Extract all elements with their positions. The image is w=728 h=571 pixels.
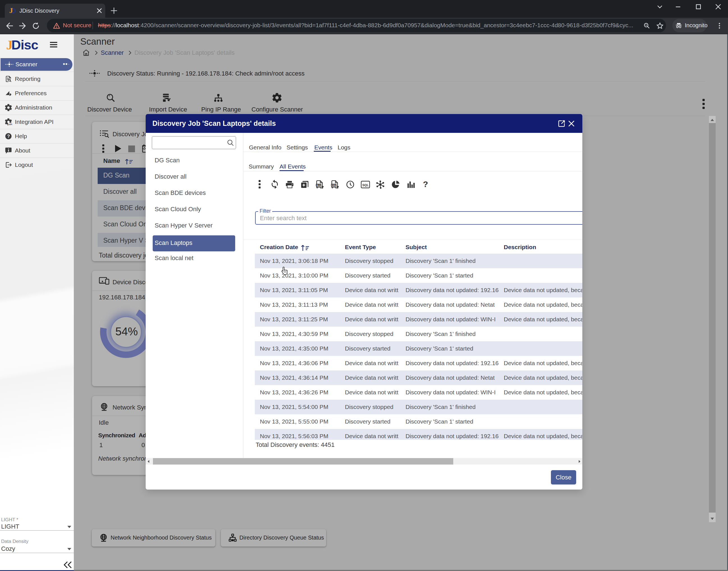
svg-text:XLS: XLS	[316, 184, 320, 187]
svg-text:J: J	[9, 7, 13, 15]
svg-text:API: API	[8, 123, 12, 126]
svg-text:SQL: SQL	[362, 184, 369, 187]
svg-text:?: ?	[7, 134, 10, 139]
svg-text:CSV: CSV	[331, 184, 336, 187]
